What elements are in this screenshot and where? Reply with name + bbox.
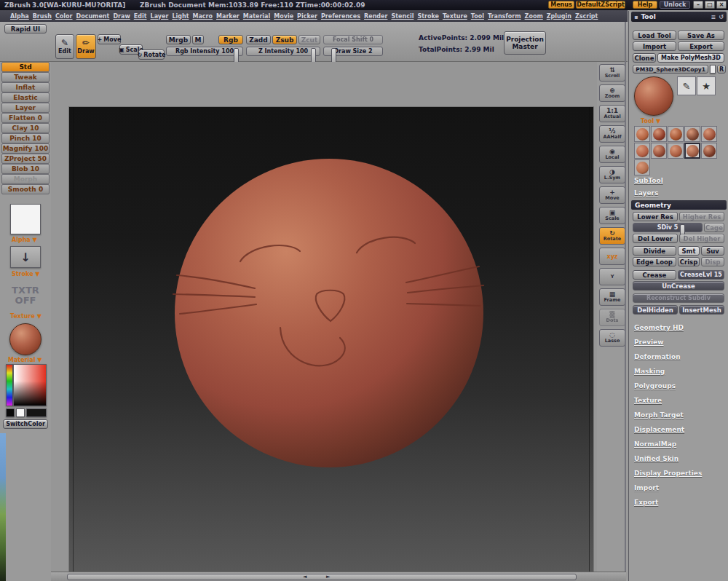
- menu-item[interactable]: Marker: [216, 13, 240, 20]
- palette-section[interactable]: Polygroups: [634, 382, 726, 391]
- load-tool-button[interactable]: Load Tool: [633, 31, 676, 40]
- tool-thumbnail[interactable]: [634, 126, 650, 142]
- rotate-button[interactable]: ↻Rotate: [138, 50, 165, 60]
- scroll-left-arrow[interactable]: ◄: [303, 574, 306, 580]
- focal-shift-slider[interactable]: Focal Shift 0: [323, 35, 383, 44]
- clone-button[interactable]: Clone: [633, 53, 656, 63]
- edit-button[interactable]: ✎ Edit: [55, 34, 74, 59]
- menu-item[interactable]: Draw: [113, 13, 130, 20]
- tool-thumbnail[interactable]: [701, 143, 717, 159]
- menu-item[interactable]: Color: [55, 13, 73, 20]
- palette-section[interactable]: Masking: [634, 368, 726, 376]
- menu-item[interactable]: Texture: [443, 13, 467, 20]
- menu-item[interactable]: Material: [243, 13, 270, 20]
- secondary-color-swatch[interactable]: [16, 408, 25, 417]
- menu-item[interactable]: Tool: [471, 13, 484, 20]
- view-control-button[interactable]: xyz: [599, 248, 625, 265]
- rapid-ui-button[interactable]: Rapid UI: [4, 24, 47, 33]
- tool-mini-swatch[interactable]: [710, 65, 716, 74]
- palette-menu-icon[interactable]: ≡: [711, 14, 716, 20]
- layers-section[interactable]: Layers: [634, 189, 658, 198]
- brush-button[interactable]: Smooth 0: [1, 184, 50, 194]
- scroll-right-arrow[interactable]: ►: [326, 574, 330, 580]
- r-button[interactable]: R: [717, 65, 726, 74]
- save-as-button[interactable]: Save As: [678, 31, 724, 40]
- reconstruct-subdiv-button[interactable]: Reconstruct Subdiv: [633, 293, 724, 303]
- palette-section[interactable]: Preview: [634, 339, 726, 347]
- brush-button[interactable]: Pinch 10: [1, 133, 50, 143]
- menu-item[interactable]: Preferences: [321, 13, 360, 20]
- minimize-button[interactable]: –: [693, 1, 703, 9]
- brush-button[interactable]: Tweak: [1, 72, 50, 82]
- menu-item[interactable]: Light: [172, 13, 189, 20]
- stroke-swatch[interactable]: ↓: [10, 246, 41, 268]
- palette-section[interactable]: NormalMap: [634, 440, 726, 449]
- view-control-button[interactable]: ▒ Dots: [599, 309, 625, 326]
- menu-item[interactable]: Edit: [134, 13, 147, 20]
- palette-section[interactable]: Import: [634, 484, 726, 493]
- brush-button[interactable]: Std: [1, 62, 50, 72]
- menu-item[interactable]: Movie: [274, 13, 293, 20]
- menu-item[interactable]: Transform: [488, 13, 521, 20]
- del-lower-button[interactable]: Del Lower: [633, 234, 678, 243]
- geometry-section-header[interactable]: Geometry: [631, 200, 727, 210]
- palette-section[interactable]: Unified Skin: [634, 455, 726, 464]
- menu-item[interactable]: Zplugin: [547, 13, 571, 20]
- z-intensity-slider[interactable]: Z Intensity 100: [246, 47, 320, 56]
- view-control-button[interactable]: ▣ Scale: [599, 207, 625, 224]
- material-selector[interactable]: Material ▼: [8, 357, 41, 363]
- higher-res-button[interactable]: Higher Res: [679, 212, 724, 221]
- texture-off-indicator[interactable]: TXTR OFF: [6, 285, 45, 306]
- alpha-selector[interactable]: Alpha ▼: [12, 237, 37, 243]
- crisp-toggle[interactable]: Crisp: [678, 257, 700, 266]
- edge-loop-button[interactable]: Edge Loop: [633, 257, 676, 266]
- view-control-button[interactable]: ½ AAHalf: [599, 125, 625, 143]
- tool-thumbnail[interactable]: [668, 143, 684, 159]
- tool-thumbnail[interactable]: [651, 126, 667, 142]
- tool-thumbnail[interactable]: [634, 159, 650, 175]
- del-hidden-button[interactable]: DelHidden: [633, 305, 678, 315]
- smt-toggle[interactable]: Smt: [678, 246, 700, 256]
- sdiv-slider[interactable]: SDiv 5: [633, 223, 703, 232]
- brush-button[interactable]: Blob 10: [1, 164, 50, 174]
- material-swatch[interactable]: [9, 323, 41, 355]
- crease-button[interactable]: Crease: [633, 270, 676, 280]
- default-zscript-button[interactable]: DefaultZScript: [576, 1, 625, 9]
- horizontal-scrollbar[interactable]: ◄ ►: [51, 572, 626, 581]
- current-tool-preview[interactable]: [634, 76, 673, 116]
- sculpt-canvas[interactable]: [69, 107, 593, 572]
- palette-section[interactable]: Displacement: [634, 426, 726, 435]
- lower-res-button[interactable]: Lower Res: [633, 212, 678, 221]
- projection-master-button[interactable]: Projection Master: [504, 31, 546, 55]
- import-tool-button[interactable]: Import: [633, 42, 676, 51]
- uncrease-button[interactable]: UnCrease: [633, 281, 724, 290]
- brush-button[interactable]: Layer: [1, 103, 50, 113]
- disp-toggle[interactable]: Disp: [701, 257, 724, 266]
- restore-button[interactable]: □: [705, 1, 715, 9]
- switch-color-button[interactable]: SwitchColor: [3, 419, 48, 429]
- menu-item[interactable]: Picker: [297, 13, 317, 20]
- menu-item[interactable]: Brush: [33, 13, 52, 20]
- menu-item[interactable]: Layer: [151, 13, 169, 20]
- palette-section[interactable]: Geometry HD: [634, 324, 726, 333]
- view-control-button[interactable]: ◉ Local: [599, 146, 625, 163]
- close-button[interactable]: ×: [716, 1, 727, 9]
- mrgb-toggle[interactable]: Mrgb: [166, 35, 191, 44]
- view-control-button[interactable]: Y: [599, 268, 625, 285]
- tool-thumbnail[interactable]: ✎: [677, 76, 696, 95]
- crease-lvl-slider[interactable]: CreaseLvl 15: [678, 270, 724, 280]
- menu-item[interactable]: Alpha: [10, 13, 29, 20]
- make-polymesh3d-button[interactable]: Make PolyMesh3D: [657, 53, 724, 63]
- view-control-button[interactable]: 1:1 Actual: [599, 105, 625, 122]
- tool-thumbnail[interactable]: [668, 126, 684, 142]
- menu-item[interactable]: Zscript: [575, 13, 598, 20]
- scrollbar-thumb[interactable]: [67, 574, 577, 580]
- palette-section[interactable]: Display Properties: [634, 470, 726, 478]
- export-tool-button[interactable]: Export: [678, 42, 724, 51]
- view-control-button[interactable]: ◌ Lasso: [599, 329, 625, 347]
- draw-size-slider[interactable]: Draw Size 2: [323, 47, 383, 56]
- view-control-button[interactable]: ↻ Rotate: [599, 227, 625, 245]
- rgb-intensity-slider[interactable]: Rgb Intensity 100: [166, 47, 243, 56]
- view-control-button[interactable]: ⇅ Scroll: [599, 64, 625, 82]
- help-button[interactable]: Help: [633, 1, 657, 9]
